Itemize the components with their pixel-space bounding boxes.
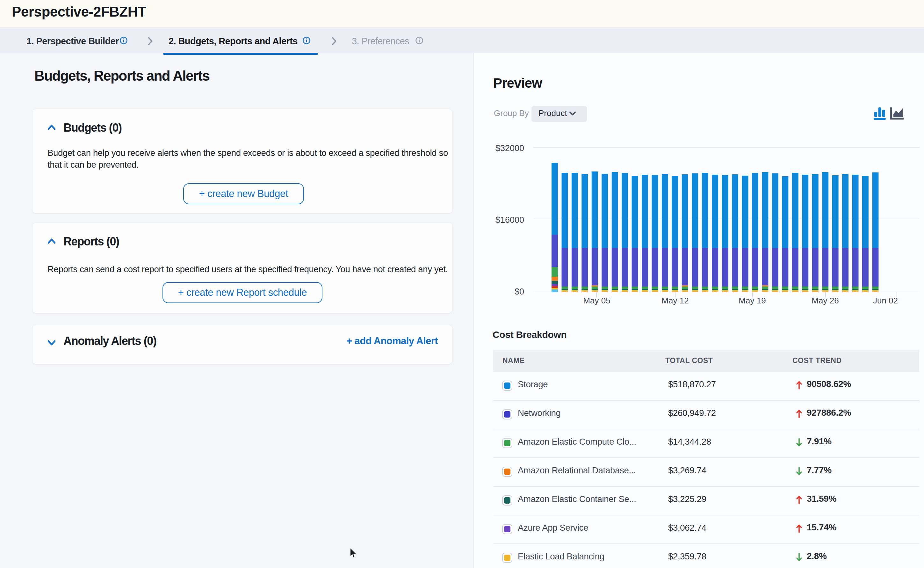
svg-text:$0: $0 (515, 287, 524, 296)
svg-text:May 12: May 12 (662, 296, 689, 305)
svg-text:May 05: May 05 (583, 296, 610, 305)
svg-text:May 26: May 26 (811, 296, 839, 305)
svg-text:$32000: $32000 (496, 144, 524, 153)
svg-text:May 19: May 19 (739, 296, 766, 305)
svg-text:$16000: $16000 (496, 215, 524, 225)
svg-text:Jun 02: Jun 02 (873, 296, 898, 305)
